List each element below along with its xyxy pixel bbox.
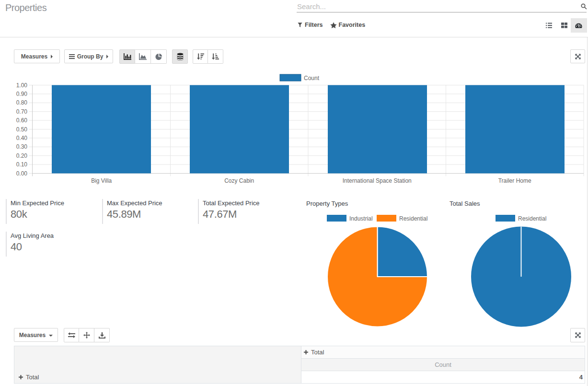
svg-text:0.60: 0.60 xyxy=(16,117,28,124)
svg-text:0.70: 0.70 xyxy=(16,108,28,115)
svg-text:Big Villa: Big Villa xyxy=(91,177,112,184)
svg-text:0.00: 0.00 xyxy=(16,170,28,177)
svg-text:Residential: Residential xyxy=(399,215,427,222)
svg-text:International Space Station: International Space Station xyxy=(343,177,412,184)
svg-text:1.00: 1.00 xyxy=(16,82,28,89)
svg-text:0.10: 0.10 xyxy=(16,161,28,168)
svg-text:0.20: 0.20 xyxy=(16,152,28,159)
svg-text:0.50: 0.50 xyxy=(16,126,28,133)
svg-text:Residential: Residential xyxy=(518,215,546,222)
svg-text:Industrial: Industrial xyxy=(349,215,373,222)
svg-text:0.40: 0.40 xyxy=(16,135,28,141)
svg-text:0.90: 0.90 xyxy=(16,91,28,97)
svg-text:0.80: 0.80 xyxy=(16,99,28,106)
svg-text:Trailer Home: Trailer Home xyxy=(498,177,531,184)
svg-text:Count: Count xyxy=(304,75,320,82)
svg-text:0.30: 0.30 xyxy=(16,143,28,150)
svg-text:Cozy Cabin: Cozy Cabin xyxy=(224,177,254,184)
